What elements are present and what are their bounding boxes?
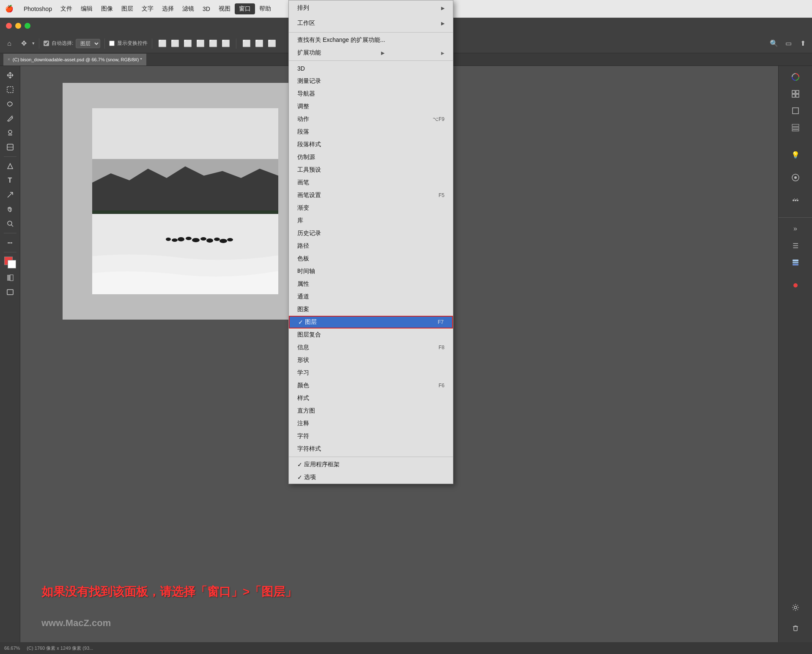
align-bottom-icon[interactable]: ⬜ xyxy=(220,38,232,49)
align-left-icon[interactable]: ⬜ xyxy=(156,38,168,49)
maximize-button[interactable] xyxy=(25,23,30,29)
menu-item-brush[interactable]: 画笔 xyxy=(289,176,453,189)
menu-item-workspace[interactable]: 工作区 ▶ xyxy=(289,16,453,31)
screen-mode-tool[interactable] xyxy=(3,285,17,299)
menubar-edit[interactable]: 编辑 xyxy=(77,3,97,14)
menubar-view[interactable]: 视图 xyxy=(214,3,235,14)
extras-tool[interactable]: ••• xyxy=(3,236,17,249)
brush-tool[interactable] xyxy=(3,112,17,125)
menu-item-paragraph-styles[interactable]: 段落样式 xyxy=(289,138,453,151)
menu-item-clone-source[interactable]: 仿制源 xyxy=(289,151,453,164)
menu-item-adjustments[interactable]: 调整 xyxy=(289,100,453,113)
selection-tool[interactable] xyxy=(3,83,17,96)
quick-mask-tool[interactable] xyxy=(3,271,17,285)
menu-item-measurement[interactable]: 测量记录 xyxy=(289,75,453,88)
panel-trash-icon[interactable] xyxy=(788,620,803,635)
menubar-window[interactable]: 窗口 xyxy=(235,3,255,14)
pen-tool[interactable] xyxy=(3,159,17,173)
lasso-tool[interactable] xyxy=(3,97,17,111)
arrow-tool[interactable] xyxy=(3,188,17,202)
align-center-icon[interactable]: ⬜ xyxy=(169,38,181,49)
panel-layers-icon[interactable] xyxy=(788,255,803,270)
menu-item-exchange[interactable]: 查找有关 Exchange 的扩展功能... xyxy=(289,34,453,47)
align-right-icon[interactable]: ⬜ xyxy=(182,38,194,49)
background-color[interactable] xyxy=(8,260,16,268)
menu-item-3d[interactable]: 3D xyxy=(289,62,453,75)
move-tool[interactable] xyxy=(3,68,17,82)
minimize-button[interactable] xyxy=(15,23,21,29)
menubar-photoshop[interactable]: Photoshop xyxy=(19,4,56,14)
menubar-select[interactable]: 选择 xyxy=(158,3,178,14)
menu-item-arrange[interactable]: 排列 ▶ xyxy=(289,0,453,16)
hand-tool[interactable] xyxy=(3,202,17,216)
stamp-tool[interactable] xyxy=(3,126,17,140)
menu-item-info[interactable]: 信息 F8 xyxy=(289,341,453,354)
color-swatches[interactable] xyxy=(4,257,16,268)
menu-item-tool-presets[interactable]: 工具预设 xyxy=(289,164,453,176)
panel-dots-icon[interactable] xyxy=(788,193,803,208)
menubar-text[interactable]: 文字 xyxy=(137,3,158,14)
menu-item-character[interactable]: 字符 xyxy=(289,430,453,443)
menu-item-character-styles[interactable]: 字符样式 xyxy=(289,443,453,455)
menu-item-shapes[interactable]: 形状 xyxy=(289,354,453,367)
menu-item-learn[interactable]: 学习 xyxy=(289,367,453,379)
eraser-tool[interactable] xyxy=(3,140,17,154)
menu-item-history[interactable]: 历史记录 xyxy=(289,227,453,240)
menu-item-gradient[interactable]: 渐变 xyxy=(289,202,453,214)
menu-item-app-frame[interactable]: ✓ 应用程序框架 xyxy=(289,458,453,471)
apple-menu[interactable]: 🍎 xyxy=(5,5,14,13)
menu-item-channels[interactable]: 通道 xyxy=(289,290,453,303)
distribute-center-icon[interactable]: ⬜ xyxy=(253,38,265,49)
distribute-left-icon[interactable]: ⬜ xyxy=(241,38,252,49)
home-icon[interactable]: ⌂ xyxy=(3,38,15,49)
panel-bulb-icon[interactable]: 💡 xyxy=(788,147,803,162)
menu-item-layers[interactable]: ✓ 图层 F7 xyxy=(289,316,453,328)
panel-list-icon[interactable]: ☰ xyxy=(788,238,803,253)
menu-item-styles[interactable]: 样式 xyxy=(289,392,453,405)
layout-icon[interactable]: ▭ xyxy=(782,38,794,49)
panel-squares-icon[interactable] xyxy=(788,120,803,135)
menu-item-paths[interactable]: 路径 xyxy=(289,240,453,252)
menu-item-timeline[interactable]: 时间轴 xyxy=(289,265,453,278)
menu-item-paragraph[interactable]: 段落 xyxy=(289,126,453,138)
move-tool-icon[interactable]: ✥ xyxy=(18,38,30,49)
menu-item-libraries[interactable]: 库 xyxy=(289,214,453,227)
active-tab[interactable]: × (C) bison_downloadable-asset.psd @ 66.… xyxy=(3,54,147,66)
align-middle-icon[interactable]: ⬜ xyxy=(207,38,219,49)
panel-color-icon[interactable] xyxy=(788,69,803,85)
panel-circle-icon[interactable] xyxy=(788,170,803,185)
panel-dot-red-icon[interactable] xyxy=(788,278,803,293)
menu-item-swatches[interactable]: 色板 xyxy=(289,252,453,265)
tab-close-button[interactable]: × xyxy=(8,57,10,62)
menubar-filter[interactable]: 滤镜 xyxy=(178,3,198,14)
panel-expand-icon[interactable]: » xyxy=(788,221,803,236)
menu-item-extensions[interactable]: 扩展功能 ▶ xyxy=(289,47,453,59)
text-tool[interactable]: T xyxy=(3,174,17,187)
menu-item-notes[interactable]: 注释 xyxy=(289,417,453,430)
panel-grid-icon[interactable] xyxy=(788,86,803,101)
align-top-icon[interactable]: ⬜ xyxy=(195,38,206,49)
menubar-image[interactable]: 图像 xyxy=(97,3,117,14)
menu-item-patterns[interactable]: 图案 xyxy=(289,303,453,316)
menubar-help[interactable]: 帮助 xyxy=(255,3,275,14)
menu-item-layer-comps[interactable]: 图层复合 xyxy=(289,328,453,341)
show-transform-checkbox[interactable] xyxy=(109,41,115,46)
panel-settings-icon[interactable] xyxy=(788,600,803,615)
menu-item-color[interactable]: 颜色 F6 xyxy=(289,379,453,392)
share-icon[interactable]: ⬆ xyxy=(797,38,809,49)
menubar-layer[interactable]: 图层 xyxy=(117,3,137,14)
search-icon[interactable]: 🔍 xyxy=(768,38,780,49)
panel-rect-icon[interactable] xyxy=(788,103,803,118)
menu-item-histogram[interactable]: 直方图 xyxy=(289,405,453,417)
menu-item-properties[interactable]: 属性 xyxy=(289,278,453,290)
menubar-3d[interactable]: 3D xyxy=(198,4,214,14)
menu-item-actions[interactable]: 动作 ⌥F9 xyxy=(289,113,453,126)
zoom-tool[interactable] xyxy=(3,217,17,230)
menu-item-options[interactable]: ✓ 选项 xyxy=(289,471,453,484)
menu-item-navigator[interactable]: 导航器 xyxy=(289,88,453,100)
auto-select-checkbox[interactable] xyxy=(44,41,49,46)
menubar-file[interactable]: 文件 xyxy=(56,3,77,14)
menu-item-brush-settings[interactable]: 画笔设置 F5 xyxy=(289,189,453,202)
distribute-right-icon[interactable]: ⬜ xyxy=(266,38,278,49)
auto-select-dropdown[interactable]: 图层 组 xyxy=(76,39,100,48)
